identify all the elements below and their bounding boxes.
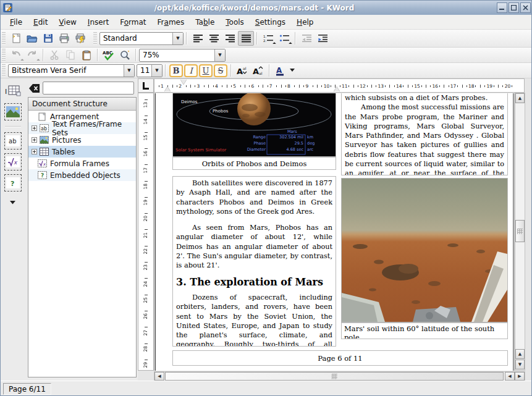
caption-frame-soil[interactable]: Mars' soil within 60° latitude of the so… [341,322,508,339]
chevron-down-icon[interactable]: ▼ [214,49,225,61]
text-frame-col1[interactable]: Both satellites were discovered in 1877 … [172,176,336,347]
strikethrough-button[interactable]: S [214,64,227,77]
expander-icon[interactable] [32,137,37,143]
menu-settings[interactable]: Settings [250,16,291,28]
new-document-button[interactable] [8,31,24,46]
vertical-scroll-thumb[interactable] [515,220,525,242]
menu-view[interactable]: View [53,16,82,28]
insert-formula-icon[interactable]: x [4,153,22,171]
tree-item-embedded-objects[interactable]: ?Embedded Objects [28,169,136,181]
horizontal-scroll-thumb[interactable] [165,372,504,381]
scroll-left-button-2[interactable]: ◀ [505,372,515,381]
paste-button[interactable] [78,48,95,62]
menu-help[interactable]: Help [291,16,319,28]
menu-table[interactable]: Table [190,16,220,28]
toolbar-handle[interactable] [2,49,6,61]
left-indent-marker[interactable] [334,86,340,91]
menu-file[interactable]: File [4,16,28,28]
horizontal-ruler[interactable]: 1234567891011121314151617181920 [154,78,525,93]
scroll-up-button[interactable]: ▲ [515,93,525,103]
close-button[interactable] [520,2,531,13]
font-color-button[interactable]: A [272,63,289,78]
font-color-dropdown[interactable] [289,63,296,78]
structure-filter-input[interactable] [43,82,134,95]
left-indent-marker[interactable] [164,86,171,91]
spellcheck-button[interactable]: ABC [101,48,117,62]
toolbar-handle[interactable] [93,32,97,44]
picture-frame-soil[interactable] [341,178,508,322]
titlebar[interactable]: /opt/kde/koffice/kword/demos/mars.odt - … [1,1,532,15]
italic-button[interactable]: I [184,64,198,77]
cut-button[interactable] [46,48,62,62]
indent-button[interactable] [315,31,331,46]
toolbar-edit: ABC 75% ▼ [1,48,532,63]
copy-button[interactable] [62,48,78,62]
save-button[interactable] [40,31,56,46]
tree-item-formula-frames[interactable]: xFormula Frames [28,158,136,169]
redo-button[interactable] [24,48,40,62]
ruler-number: 7 [269,83,272,89]
zoom-combo[interactable]: 75% ▼ [139,49,226,62]
undo-button[interactable] [8,48,24,62]
vertical-scrollbar[interactable]: ▲ ▲ ▼ [515,93,525,371]
sim-row-unit: km [307,135,319,140]
more-tools-icon[interactable] [10,195,16,207]
chevron-down-icon[interactable]: ▼ [151,65,162,77]
bold-button[interactable]: B [169,64,183,77]
menu-insert[interactable]: Insert [82,16,114,28]
style-combo[interactable]: Standard ▼ [99,32,184,45]
tab-stop-selector[interactable] [138,78,154,93]
align-right-button[interactable] [222,31,238,46]
picture-frame-orbits[interactable]: Deimos Phobos Solar System Simulator Mar… [172,93,336,157]
tree-item-label: Formula Frames [50,159,109,168]
scroll-left-button[interactable]: ◀ [154,372,164,381]
chevron-down-icon[interactable]: ▼ [172,33,183,44]
chevron-down-icon[interactable]: ▼ [124,65,134,77]
tree-item-pictures[interactable]: Pictures [28,134,136,146]
scroll-right-button[interactable]: ▶ [515,372,525,381]
clear-filter-button[interactable] [28,82,40,95]
align-justify-button[interactable] [238,31,254,46]
zoom-tool-button[interactable] [117,48,133,62]
underline-button[interactable]: U [199,64,213,77]
menu-edit[interactable]: Edit [28,16,53,28]
toolbar-handle[interactable] [2,64,6,77]
open-button[interactable] [24,31,40,46]
insert-picture-icon[interactable] [4,103,22,120]
footer-frame[interactable]: Page 6 of 11 [172,350,508,366]
font-size-up-button[interactable]: AaI [234,63,250,78]
font-size-down-button[interactable]: AaI [250,63,266,78]
tree-item-text-frames-frame-sets[interactable]: abText Frames/Frame Sets [28,122,136,134]
document-canvas[interactable]: Deimos Phobos Solar System Simulator Mar… [154,93,515,371]
bullet-list-button[interactable] [276,31,292,46]
align-left-button[interactable] [190,31,206,46]
font-size-combo[interactable]: 11 ▼ [137,64,163,77]
maximize-button[interactable] [509,2,519,13]
numbered-list-button[interactable]: 1.2. [260,31,276,46]
insert-table-icon[interactable]: I [4,82,22,99]
toolbar-handle[interactable] [2,32,6,44]
print-button[interactable] [56,31,72,46]
tree-item-tables[interactable]: Tables [28,146,136,158]
expander-icon[interactable] [32,125,37,131]
print-preview-button[interactable] [72,31,88,46]
insert-object-icon[interactable]: ? [4,174,22,192]
menu-tools[interactable]: Tools [220,16,250,28]
text-frame-col2[interactable]: which subsists on a diet of Mars probes.… [341,93,508,175]
scroll-down-button[interactable]: ▼ [515,360,525,369]
font-family-combo[interactable]: Bitstream Vera Serif ▼ [8,64,135,77]
caption-frame-orbits[interactable]: Orbits of Phobos and Deimos [172,157,336,170]
menu-format[interactable]: Format [114,16,151,28]
scroll-up-button-2[interactable]: ▲ [515,349,525,359]
ruler-number: 16 [433,83,439,89]
unindent-button[interactable] [298,31,315,46]
expander-icon[interactable] [32,149,37,154]
vertical-ruler[interactable]: 121314151617181920212223242526272829 [138,93,154,371]
align-center-button[interactable] [206,31,222,46]
insert-text-frame-icon[interactable]: ab [4,132,22,150]
ruler-number: 26 [143,313,148,319]
horizontal-scrollbar[interactable]: ◀ ◀ ▶ [154,371,525,381]
minimize-button[interactable] [497,2,507,13]
first-line-indent-marker[interactable] [180,80,187,85]
menu-frames[interactable]: Frames [152,16,190,28]
